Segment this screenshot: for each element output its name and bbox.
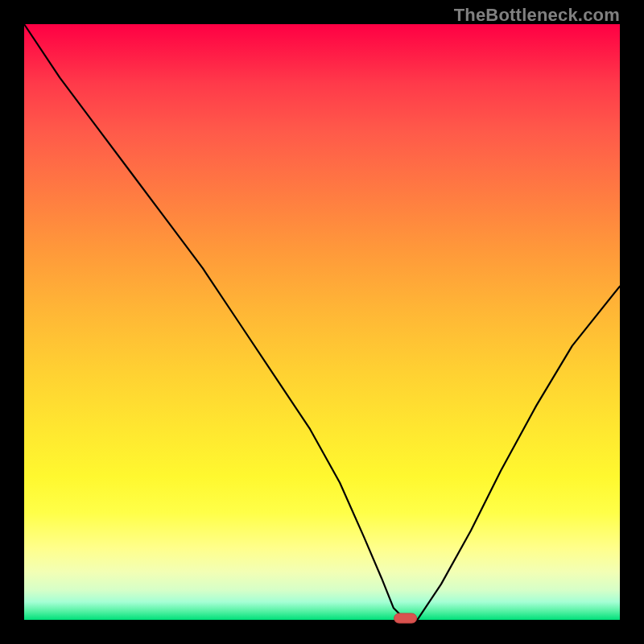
chart-overlay <box>24 24 620 620</box>
chart-frame: TheBottleneck.com <box>0 0 644 644</box>
bottleneck-curve <box>24 24 620 620</box>
watermark-text: TheBottleneck.com <box>454 5 620 26</box>
optimal-point-marker <box>394 613 417 623</box>
